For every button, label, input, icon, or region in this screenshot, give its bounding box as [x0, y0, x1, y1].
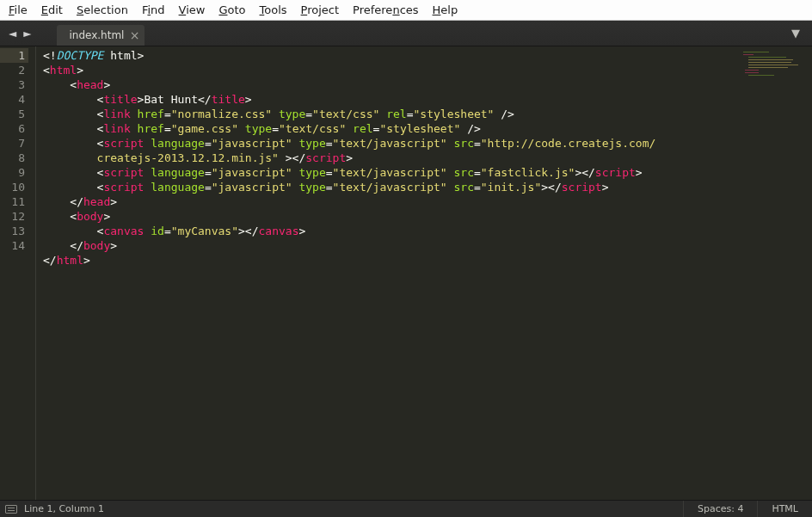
line-number: 4 — [0, 92, 28, 107]
tab-index-html[interactable]: index.html × — [57, 25, 145, 46]
tab-strip: ◄ ► index.html × ▼ — [0, 21, 812, 46]
line-number: 10 — [0, 180, 28, 194]
line-gutter: 1234567891011121314 — [0, 46, 36, 500]
menu-find[interactable]: Find — [135, 0, 172, 20]
nav-arrows: ◄ ► — [0, 21, 40, 46]
line-number: 13 — [0, 224, 28, 238]
menu-view[interactable]: View — [172, 0, 212, 20]
code-line: </head> — [43, 194, 812, 209]
tabs: index.html × — [57, 21, 145, 46]
line-number: 5 — [0, 107, 28, 121]
menu-help[interactable]: Help — [426, 0, 465, 20]
code-line: <script language="javascript" type="text… — [43, 180, 812, 194]
code-line: <title>Bat Hunt</title> — [43, 92, 812, 107]
code-line: <canvas id="myCanvas"></canvas> — [43, 224, 812, 238]
code-line: <script language="javascript" type="text… — [43, 136, 812, 151]
code-line: </body> — [43, 238, 812, 253]
menu-tools[interactable]: Tools — [253, 0, 294, 20]
line-number: 14 — [0, 238, 28, 253]
line-number: 8 — [0, 151, 28, 165]
nav-back-icon[interactable]: ◄ — [9, 28, 16, 40]
nav-forward-icon[interactable]: ► — [23, 28, 31, 40]
indent-setting[interactable]: Spaces: 4 — [683, 501, 757, 517]
code-line: createjs-2013.12.12.min.js" ></script> — [43, 151, 812, 165]
code-editor[interactable]: 1234567891011121314 <!DOCTYPE html><html… — [0, 46, 812, 500]
code-line: <head> — [43, 77, 812, 92]
menu-selection[interactable]: Selection — [70, 0, 135, 20]
syntax-mode[interactable]: HTML — [757, 501, 812, 517]
code-line: <link href="game.css" type="text/css" re… — [43, 121, 812, 136]
line-number: 1 — [0, 48, 28, 63]
code-line: </html> — [43, 253, 812, 268]
code-line: <html> — [43, 63, 812, 77]
menu-bar: FileEditSelectionFindViewGotoToolsProjec… — [0, 0, 812, 21]
code-line: <body> — [43, 209, 812, 224]
menu-project[interactable]: Project — [294, 0, 347, 20]
menu-edit[interactable]: Edit — [34, 0, 70, 20]
menu-goto[interactable]: Goto — [212, 0, 252, 20]
line-number: 12 — [0, 209, 28, 224]
line-number: 9 — [0, 165, 28, 180]
panel-toggle-icon[interactable]: ▼ — [779, 21, 812, 46]
minimap[interactable] — [738, 50, 807, 77]
menu-file[interactable]: File — [2, 0, 34, 20]
line-number: 2 — [0, 63, 28, 77]
close-icon[interactable]: × — [130, 25, 140, 46]
line-number: 11 — [0, 194, 28, 209]
code-line: <script language="javascript" type="text… — [43, 165, 812, 180]
cursor-position[interactable]: Line 1, Column 1 — [24, 501, 104, 518]
line-number: 3 — [0, 77, 28, 92]
code-area[interactable]: <!DOCTYPE html><html> <head> <title>Bat … — [36, 46, 812, 500]
line-number: 7 — [0, 136, 28, 151]
status-bar: Line 1, Column 1 Spaces: 4 HTML — [0, 500, 812, 517]
menu-icon[interactable] — [5, 505, 17, 514]
menu-preferences[interactable]: Preferences — [346, 0, 425, 20]
line-number: 6 — [0, 121, 28, 136]
tab-label: index.html — [69, 29, 124, 41]
code-line: <link href="normalize.css" type="text/cs… — [43, 107, 812, 121]
code-line: <!DOCTYPE html> — [43, 48, 812, 63]
